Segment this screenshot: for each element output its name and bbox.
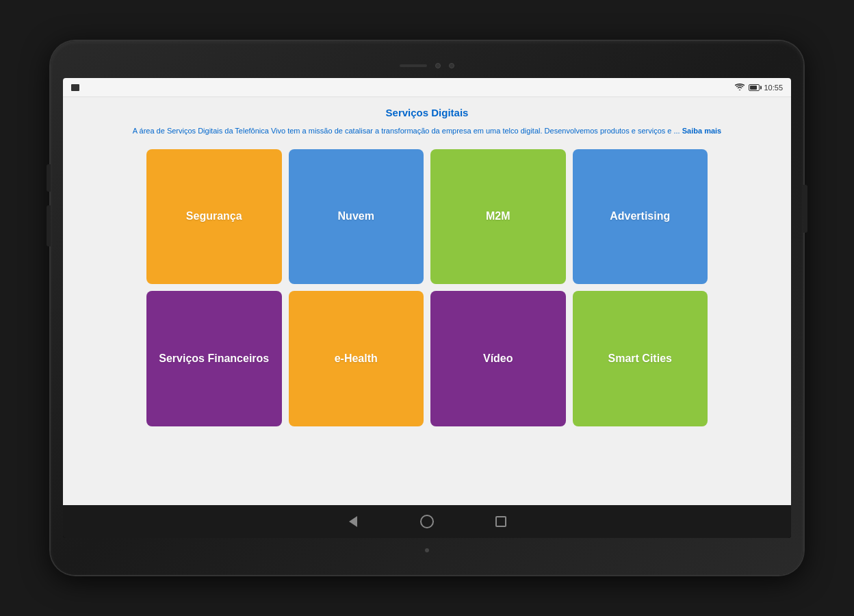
tile-seguranca[interactable]: Segurança xyxy=(146,149,282,285)
front-camera xyxy=(435,63,441,68)
back-button[interactable] xyxy=(344,512,363,531)
recents-button[interactable] xyxy=(491,512,510,531)
tiles-grid: SegurançaNuvemM2MAdvertisingServiços Fin… xyxy=(146,149,708,426)
home-indicator xyxy=(425,548,429,552)
app-title: Serviços Digitais xyxy=(77,107,777,118)
screen: 10:55 Serviços Digitais A área de Serviç… xyxy=(63,78,791,538)
tile-video[interactable]: Vídeo xyxy=(430,291,566,426)
front-sensor xyxy=(449,63,454,68)
tile-nuvem[interactable]: Nuvem xyxy=(289,149,424,285)
tile-label-video: Vídeo xyxy=(478,347,519,370)
app-description: A área de Serviços Digitais da Telefônic… xyxy=(77,125,777,137)
see-more-link[interactable]: Saiba mais xyxy=(682,127,721,135)
tablet-top-bar xyxy=(63,53,791,78)
wifi-icon xyxy=(735,84,745,91)
power-button[interactable] xyxy=(803,185,807,233)
tile-label-advertising: Advertising xyxy=(604,205,675,228)
tile-label-servicos-financeiros: Serviços Financeiros xyxy=(153,347,274,370)
speaker xyxy=(400,64,427,67)
tile-label-m2m: M2M xyxy=(480,205,516,228)
app-content: Serviços Digitais A área de Serviços Dig… xyxy=(63,97,791,505)
home-button[interactable] xyxy=(417,512,437,531)
tablet-bottom-bar xyxy=(63,538,791,563)
tile-label-nuvem: Nuvem xyxy=(333,205,380,228)
tile-label-ehealth: e-Health xyxy=(329,347,383,370)
tile-servicos-financeiros[interactable]: Serviços Financeiros xyxy=(146,291,282,426)
volume-down-button[interactable] xyxy=(47,205,51,246)
volume-up-button[interactable] xyxy=(47,164,51,192)
status-bar: 10:55 xyxy=(63,78,791,97)
tile-smart-cities[interactable]: Smart Cities xyxy=(573,291,708,426)
status-left xyxy=(71,84,79,91)
description-text: A área de Serviços Digitais da Telefônic… xyxy=(133,127,680,135)
tile-advertising[interactable]: Advertising xyxy=(573,149,708,285)
tile-label-seguranca: Segurança xyxy=(181,205,248,228)
tile-ehealth[interactable]: e-Health xyxy=(289,291,424,426)
clock: 10:55 xyxy=(764,84,783,92)
bottom-navigation xyxy=(63,505,791,538)
tile-label-smart-cities: Smart Cities xyxy=(603,347,677,370)
tile-m2m[interactable]: M2M xyxy=(430,149,566,285)
tablet-device: 10:55 Serviços Digitais A área de Serviç… xyxy=(51,41,803,575)
notification-icon xyxy=(71,84,79,91)
status-right: 10:55 xyxy=(735,84,783,92)
battery-icon xyxy=(749,84,760,91)
